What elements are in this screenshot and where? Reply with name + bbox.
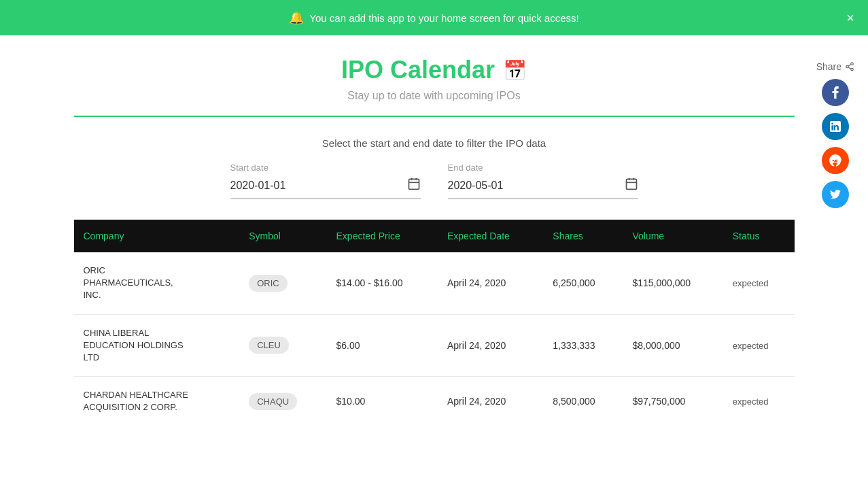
cell-symbol: ORIC bbox=[239, 252, 326, 314]
col-status: Status bbox=[723, 220, 795, 252]
date-inputs: Start date End date bbox=[74, 163, 795, 199]
end-date-label: End date bbox=[448, 163, 483, 173]
cell-volume: $115,000,000 bbox=[623, 252, 723, 314]
cell-status: expected bbox=[723, 377, 795, 426]
ipo-table: Company Symbol Expected Price Expected D… bbox=[74, 220, 795, 426]
cell-volume: $8,000,000 bbox=[623, 314, 723, 377]
end-date-wrapper bbox=[448, 177, 638, 199]
date-filter-label: Select the start and end date to filter … bbox=[74, 137, 795, 149]
page-title: IPO Calendar 📅 bbox=[74, 56, 795, 84]
reddit-share-button[interactable] bbox=[822, 147, 849, 174]
start-date-calendar-button[interactable] bbox=[407, 177, 421, 194]
date-filter: Select the start and end date to filter … bbox=[74, 137, 795, 199]
close-banner-button[interactable]: × bbox=[846, 11, 854, 24]
cell-symbol: CHAQU bbox=[239, 377, 326, 426]
main-content: IPO Calendar 📅 Stay up to date with upco… bbox=[60, 35, 808, 447]
cell-symbol: CLEU bbox=[239, 314, 326, 377]
banner-message: You can add this app to your home screen… bbox=[309, 12, 578, 24]
cell-shares: 6,250,000 bbox=[543, 252, 623, 314]
cell-shares: 8,500,000 bbox=[543, 377, 623, 426]
cell-volume: $97,750,000 bbox=[623, 377, 723, 426]
col-expected-price: Expected Price bbox=[327, 220, 438, 252]
end-date-field: End date bbox=[448, 163, 638, 199]
linkedin-share-button[interactable] bbox=[822, 113, 849, 140]
table-row: ORIC PHARMACEUTICALS, INC. ORIC $14.00 -… bbox=[74, 252, 795, 314]
cell-expected-price: $10.00 bbox=[327, 377, 438, 426]
cell-expected-price: $14.00 - $16.00 bbox=[327, 252, 438, 314]
svg-rect-9 bbox=[626, 179, 636, 189]
table-body: ORIC PHARMACEUTICALS, INC. ORIC $14.00 -… bbox=[74, 252, 795, 426]
page-divider bbox=[74, 116, 795, 117]
svg-line-3 bbox=[848, 67, 851, 69]
start-date-wrapper bbox=[230, 177, 421, 199]
cell-expected-date: April 24, 2020 bbox=[438, 314, 543, 377]
cell-shares: 1,333,333 bbox=[543, 314, 623, 377]
cell-expected-date: April 24, 2020 bbox=[438, 252, 543, 314]
svg-point-2 bbox=[851, 68, 854, 71]
share-sidebar: Share bbox=[816, 61, 854, 208]
bell-icon: 🔔 bbox=[289, 10, 304, 25]
cell-status: expected bbox=[723, 252, 795, 314]
table-header: Company Symbol Expected Price Expected D… bbox=[74, 220, 795, 252]
svg-line-4 bbox=[848, 65, 851, 66]
table-row: CHARDAN HEALTHCARE ACQUISITION 2 CORP. C… bbox=[74, 377, 795, 426]
end-date-calendar-button[interactable] bbox=[625, 177, 638, 194]
facebook-share-button[interactable] bbox=[822, 79, 849, 106]
end-date-input[interactable] bbox=[448, 180, 625, 192]
start-date-field: Start date bbox=[230, 163, 421, 199]
twitter-share-button[interactable] bbox=[822, 181, 849, 208]
page-subtitle: Stay up to date with upcoming IPOs bbox=[74, 90, 795, 102]
table-row: CHINA LIBERAL EDUCATION HOLDINGS LTD CLE… bbox=[74, 314, 795, 377]
start-date-label: Start date bbox=[230, 163, 268, 173]
page-header: IPO Calendar 📅 Stay up to date with upco… bbox=[74, 56, 795, 102]
col-expected-date: Expected Date bbox=[438, 220, 543, 252]
svg-point-1 bbox=[846, 65, 849, 68]
svg-point-0 bbox=[851, 63, 854, 65]
cell-status: expected bbox=[723, 314, 795, 377]
col-company: Company bbox=[74, 220, 240, 252]
cell-company: CHARDAN HEALTHCARE ACQUISITION 2 CORP. bbox=[74, 377, 240, 426]
cell-company: CHINA LIBERAL EDUCATION HOLDINGS LTD bbox=[74, 314, 240, 377]
start-date-input[interactable] bbox=[230, 180, 407, 192]
col-shares: Shares bbox=[543, 220, 623, 252]
col-volume: Volume bbox=[623, 220, 723, 252]
svg-rect-5 bbox=[409, 179, 419, 189]
share-icon bbox=[845, 62, 854, 71]
cell-company: ORIC PHARMACEUTICALS, INC. bbox=[74, 252, 240, 314]
calendar-icon: 📅 bbox=[503, 59, 527, 82]
cell-expected-date: April 24, 2020 bbox=[438, 377, 543, 426]
share-label: Share bbox=[816, 61, 854, 72]
col-symbol: Symbol bbox=[239, 220, 326, 252]
cell-expected-price: $6.00 bbox=[327, 314, 438, 377]
notification-banner: 🔔 You can add this app to your home scre… bbox=[0, 0, 868, 35]
